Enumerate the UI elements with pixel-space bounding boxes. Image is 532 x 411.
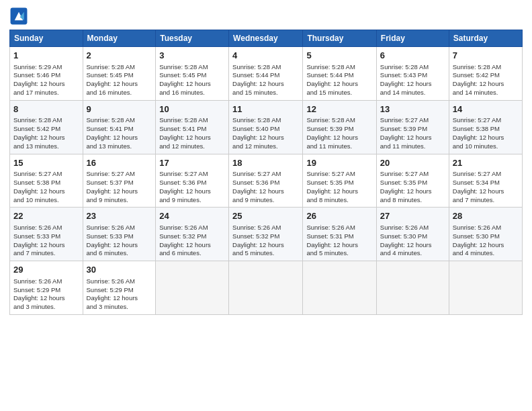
day-info: Sunrise: 5:26 AM [453,224,519,232]
day-number: 4 [232,50,299,62]
calendar-cell: 14Sunrise: 5:27 AMSunset: 5:38 PMDayligh… [449,100,522,154]
day-info: Daylight: 12 hours [453,80,519,89]
day-number: 28 [453,210,519,222]
day-info: Daylight: 12 hours [232,134,299,142]
day-info: Sunset: 5:39 PM [306,125,372,134]
day-info: Daylight: 12 hours [232,80,299,89]
calendar-cell: 23Sunrise: 5:26 AMSunset: 5:33 PMDayligh… [83,208,156,261]
day-info: Daylight: 12 hours [306,187,372,196]
weekday-header-tuesday: Tuesday [156,30,229,47]
day-info: Sunset: 5:36 PM [232,179,299,187]
weekday-header-sunday: Sunday [10,30,83,47]
day-number: 19 [306,157,372,169]
day-info: Daylight: 12 hours [453,241,519,250]
day-info: and 9 minutes. [87,196,152,205]
day-info: Sunrise: 5:28 AM [159,63,225,72]
day-info: and 15 minutes. [232,89,299,97]
day-info: and 10 minutes. [13,196,79,205]
calendar-cell: 20Sunrise: 5:27 AMSunset: 5:35 PMDayligh… [376,154,449,208]
day-info: and 7 minutes. [453,196,519,205]
day-number: 23 [87,210,152,222]
calendar-cell: 28Sunrise: 5:26 AMSunset: 5:30 PMDayligh… [449,208,522,261]
calendar-cell: 8Sunrise: 5:28 AMSunset: 5:42 PMDaylight… [10,100,83,154]
day-number: 8 [13,103,79,116]
day-info: Sunrise: 5:26 AM [306,224,372,232]
day-number: 6 [380,50,445,62]
day-info: Daylight: 12 hours [159,187,225,196]
day-info: Sunset: 5:34 PM [453,179,519,187]
day-info: and 13 minutes. [87,142,152,151]
day-info: and 3 minutes. [13,303,79,312]
logo-icon [9,7,28,26]
calendar-cell: 7Sunrise: 5:28 AMSunset: 5:42 PMDaylight… [449,47,522,101]
day-info: Sunrise: 5:28 AM [13,116,79,125]
day-info: Daylight: 12 hours [87,241,152,250]
day-info: and 9 minutes. [232,196,299,205]
day-number: 12 [306,103,372,116]
day-info: Sunset: 5:30 PM [453,232,519,241]
day-info: and 11 minutes. [306,142,372,151]
calendar-cell: 27Sunrise: 5:26 AMSunset: 5:30 PMDayligh… [376,208,449,261]
day-info: and 8 minutes. [380,196,445,205]
day-info: Sunrise: 5:26 AM [87,224,152,232]
calendar-cell [449,261,522,315]
day-number: 22 [13,210,79,222]
day-info: and 5 minutes. [306,249,372,258]
day-info: and 14 minutes. [380,89,445,97]
day-info: Daylight: 12 hours [453,187,519,196]
day-info: Sunrise: 5:28 AM [232,63,299,72]
day-number: 5 [306,50,372,62]
day-info: Daylight: 12 hours [13,187,79,196]
calendar-cell [376,261,449,315]
weekday-header-saturday: Saturday [449,30,522,47]
day-info: Sunrise: 5:27 AM [232,170,299,179]
day-info: Sunset: 5:45 PM [87,71,152,80]
day-info: and 5 minutes. [232,249,299,258]
day-info: Daylight: 12 hours [13,294,79,303]
day-info: Sunrise: 5:27 AM [380,116,445,125]
day-info: and 7 minutes. [13,249,79,258]
calendar-week-row: 29Sunrise: 5:26 AMSunset: 5:29 PMDayligh… [10,261,523,315]
day-info: Daylight: 12 hours [159,241,225,250]
day-info: Daylight: 12 hours [87,294,152,303]
day-info: and 15 minutes. [306,89,372,97]
day-info: and 13 minutes. [13,142,79,151]
day-info: Sunset: 5:41 PM [87,125,152,134]
day-info: Sunset: 5:38 PM [13,179,79,187]
calendar-cell: 6Sunrise: 5:28 AMSunset: 5:43 PMDaylight… [376,47,449,101]
day-info: and 8 minutes. [306,196,372,205]
day-number: 25 [232,210,299,222]
calendar-cell: 30Sunrise: 5:26 AMSunset: 5:29 PMDayligh… [83,261,156,315]
day-number: 9 [87,103,152,116]
day-info: Daylight: 12 hours [13,241,79,250]
day-info: Sunset: 5:30 PM [380,232,445,241]
day-info: Sunset: 5:37 PM [87,179,152,187]
day-info: Daylight: 12 hours [87,80,152,89]
day-info: Sunset: 5:42 PM [13,125,79,134]
day-info: Daylight: 12 hours [453,134,519,142]
day-info: Sunset: 5:33 PM [13,232,79,241]
day-info: Daylight: 12 hours [306,80,372,89]
day-number: 20 [380,157,445,169]
calendar-cell: 4Sunrise: 5:28 AMSunset: 5:44 PMDaylight… [229,47,303,101]
calendar-week-row: 15Sunrise: 5:27 AMSunset: 5:38 PMDayligh… [10,154,523,208]
day-info: Daylight: 12 hours [380,80,445,89]
day-info: Sunrise: 5:28 AM [159,116,225,125]
day-info: Daylight: 12 hours [159,80,225,89]
day-info: Sunset: 5:36 PM [159,179,225,187]
day-info: Sunrise: 5:27 AM [453,116,519,125]
day-number: 7 [453,50,519,62]
day-info: Sunset: 5:43 PM [380,71,445,80]
calendar-cell: 13Sunrise: 5:27 AMSunset: 5:39 PMDayligh… [376,100,449,154]
day-number: 18 [232,157,299,169]
logo [9,7,31,26]
day-number: 13 [380,103,445,116]
day-info: Sunrise: 5:27 AM [380,170,445,179]
calendar-week-row: 8Sunrise: 5:28 AMSunset: 5:42 PMDaylight… [10,100,523,154]
day-info: Sunset: 5:29 PM [13,286,79,295]
day-info: Daylight: 12 hours [232,241,299,250]
calendar-cell: 15Sunrise: 5:27 AMSunset: 5:38 PMDayligh… [10,154,83,208]
calendar-cell: 29Sunrise: 5:26 AMSunset: 5:29 PMDayligh… [10,261,83,315]
day-number: 1 [13,50,79,62]
calendar-body: 1Sunrise: 5:29 AMSunset: 5:46 PMDaylight… [10,47,523,315]
